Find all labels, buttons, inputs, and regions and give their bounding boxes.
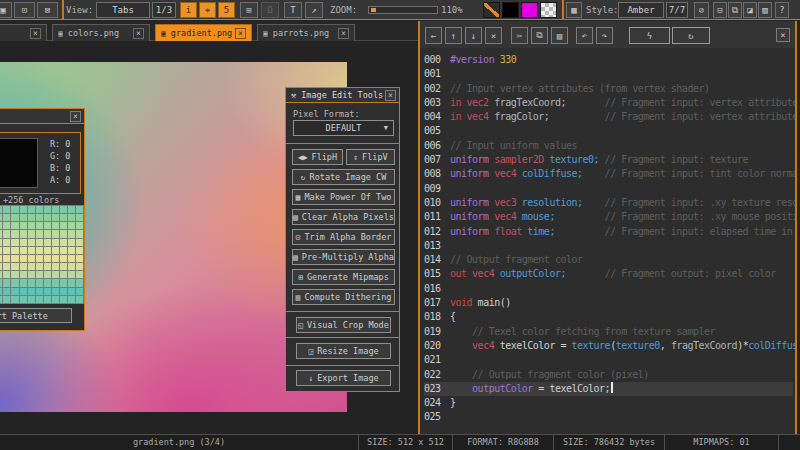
- palette-cell[interactable]: [36, 263, 43, 270]
- palette-cell[interactable]: [76, 271, 83, 278]
- code-line[interactable]: 018{: [424, 310, 795, 324]
- code-line[interactable]: 023 outputColor = texelColor;: [424, 382, 793, 396]
- palette-cell[interactable]: [0, 288, 2, 295]
- palette-cell[interactable]: [76, 296, 83, 303]
- palette-cell[interactable]: [52, 247, 59, 254]
- palette-cell[interactable]: [52, 222, 59, 229]
- palette-cell[interactable]: [20, 271, 27, 278]
- palette-cell[interactable]: [36, 255, 43, 262]
- tab-close-button[interactable]: ×: [30, 28, 41, 39]
- pixel-format-dropdown[interactable]: DEFAULT ▼: [293, 120, 394, 136]
- palette-cell[interactable]: [11, 239, 18, 246]
- palette-cell[interactable]: [52, 214, 59, 221]
- code-line[interactable]: 002// Input vertex attributes (from vert…: [424, 82, 795, 96]
- tab-close-button[interactable]: ×: [235, 28, 246, 39]
- palette-cell[interactable]: [52, 206, 59, 213]
- fit-view-button[interactable]: ⊞: [240, 2, 258, 18]
- palette-cell[interactable]: [52, 263, 59, 270]
- code-line[interactable]: 000#version 330: [424, 53, 795, 67]
- palette-cell[interactable]: [36, 247, 43, 254]
- palette-cell[interactable]: [60, 255, 67, 262]
- palette-cell[interactable]: [20, 288, 27, 295]
- palette-cell[interactable]: [36, 230, 43, 237]
- palette-cell[interactable]: [36, 271, 43, 278]
- palette-cell[interactable]: [68, 222, 75, 229]
- palette-cell[interactable]: [20, 230, 27, 237]
- editor-close-button[interactable]: ×: [776, 28, 790, 42]
- palette-cell[interactable]: [0, 222, 2, 229]
- style-count-box[interactable]: 7/7: [666, 2, 688, 18]
- palette-cell[interactable]: [60, 263, 67, 270]
- flipv-button[interactable]: ⇕FlipV: [346, 149, 395, 165]
- palette-cell[interactable]: [20, 263, 27, 270]
- palette-cell[interactable]: [76, 279, 83, 286]
- palette-cell[interactable]: [28, 239, 35, 246]
- palette-cell[interactable]: [36, 239, 43, 246]
- palette-cell[interactable]: [60, 214, 67, 221]
- palette-cell[interactable]: [28, 247, 35, 254]
- palette-cell[interactable]: [11, 279, 18, 286]
- generate-mipmaps-button[interactable]: ⊞Generate Mipmaps: [292, 269, 395, 285]
- windows-stack-button[interactable]: ⧉: [728, 2, 742, 18]
- palette-cell[interactable]: [3, 247, 10, 254]
- palette-cell[interactable]: [3, 271, 10, 278]
- redo-button[interactable]: ↷: [596, 27, 613, 44]
- palette-cell[interactable]: [68, 296, 75, 303]
- palette-cell[interactable]: [20, 222, 27, 229]
- box-arrow-down-button[interactable]: ↓: [465, 27, 482, 44]
- palette-cell[interactable]: [52, 279, 59, 286]
- palette-cell[interactable]: [52, 230, 59, 237]
- close-image-button[interactable]: ⊠: [37, 2, 58, 18]
- palette-cell[interactable]: [44, 230, 51, 237]
- palette-cell[interactable]: [0, 255, 2, 262]
- palette-cell[interactable]: [0, 230, 2, 237]
- code-line[interactable]: 004in vec4 fragColor; // Fragment input:…: [424, 110, 795, 124]
- tab-partial[interactable]: ×: [0, 24, 47, 41]
- palette-cell[interactable]: [44, 296, 51, 303]
- window-decorate-button[interactable]: ⊟: [713, 2, 727, 18]
- palette-cell[interactable]: [0, 279, 2, 286]
- code-line[interactable]: 007uniform sampler2D texture0; // Fragme…: [424, 153, 795, 167]
- palette-cell[interactable]: [3, 230, 10, 237]
- code-line[interactable]: 015out vec4 outputColor; // Fragment out…: [424, 267, 795, 281]
- visual-crop-mode-button[interactable]: ◱Visual Crop Mode: [296, 317, 391, 333]
- palette-cell[interactable]: [76, 230, 83, 237]
- reset-shader-button[interactable]: ↻: [672, 27, 710, 44]
- palette-cell[interactable]: [28, 263, 35, 270]
- palette-cell[interactable]: [11, 288, 18, 295]
- line-color-swatch[interactable]: [483, 2, 500, 18]
- view-count-box[interactable]: 1/3: [152, 2, 176, 18]
- palette-cell[interactable]: [28, 230, 35, 237]
- export-palette-button[interactable]: Export Palette: [0, 308, 72, 323]
- text-tool-button[interactable]: T: [284, 2, 302, 18]
- palette-cell[interactable]: [28, 206, 35, 213]
- edit-panel-close-button[interactable]: ×: [385, 90, 396, 101]
- info-panel-close-button[interactable]: ×: [70, 111, 81, 122]
- box-arrow-left-button[interactable]: ←: [425, 27, 442, 44]
- palette-cell[interactable]: [28, 222, 35, 229]
- palette-cell[interactable]: [28, 214, 35, 221]
- palette-cell[interactable]: [3, 263, 10, 270]
- box-x-button[interactable]: ×: [485, 27, 502, 44]
- palette-cell[interactable]: [44, 279, 51, 286]
- scale-tool-button[interactable]: ↗: [305, 2, 323, 18]
- palette-cell[interactable]: [60, 222, 67, 229]
- palette-cell[interactable]: [36, 296, 43, 303]
- rotate-image-cw-button[interactable]: ↻Rotate Image CW: [292, 169, 395, 185]
- palette-cell[interactable]: [0, 206, 2, 213]
- palette-cell[interactable]: [11, 222, 18, 229]
- palette-cell[interactable]: [52, 288, 59, 295]
- palette-cell[interactable]: [36, 214, 43, 221]
- pixel-cursor-toggle-button[interactable]: ⌖: [199, 2, 216, 18]
- code-line[interactable]: 005: [424, 124, 795, 138]
- undo-button[interactable]: ↶: [576, 27, 593, 44]
- cut-button[interactable]: ✂: [511, 27, 528, 44]
- palette-cell[interactable]: [28, 288, 35, 295]
- pre-multiply-alpha-button[interactable]: ▧Pre-Multiply Alpha: [292, 249, 395, 265]
- palette-cell[interactable]: [52, 271, 59, 278]
- palette-cell[interactable]: [60, 288, 67, 295]
- palette-cell[interactable]: [11, 247, 18, 254]
- palette-cell[interactable]: [3, 279, 10, 286]
- palette-cell[interactable]: [76, 214, 83, 221]
- palette-cell[interactable]: [68, 288, 75, 295]
